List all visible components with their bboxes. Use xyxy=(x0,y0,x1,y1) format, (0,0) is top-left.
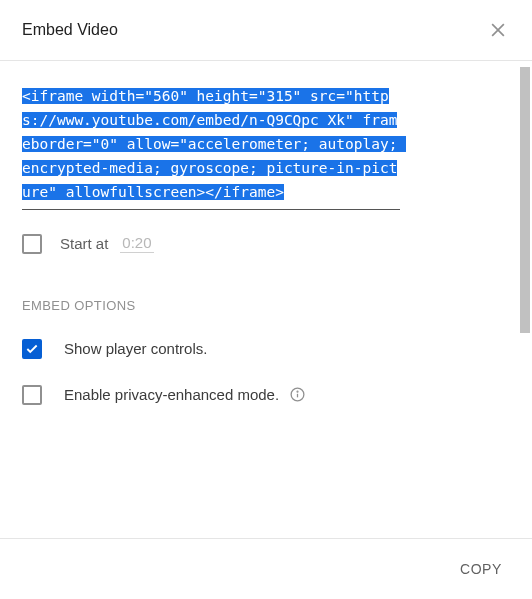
svg-point-4 xyxy=(297,391,298,392)
start-at-label-text: Start at xyxy=(60,235,108,252)
start-at-label: Start at 0:20 xyxy=(60,234,154,253)
dialog-footer: COPY xyxy=(0,538,532,599)
embed-options-header: EMBED OPTIONS xyxy=(22,298,510,313)
embed-code-textarea[interactable]: <iframe width="560" height="315" src="ht… xyxy=(22,85,400,210)
player-controls-checkbox[interactable] xyxy=(22,339,42,359)
start-at-time-input[interactable]: 0:20 xyxy=(120,234,153,253)
privacy-mode-label: Enable privacy-enhanced mode. xyxy=(64,386,306,403)
embed-code-text: <iframe width="560" height="315" src="ht… xyxy=(22,88,406,200)
copy-button[interactable]: COPY xyxy=(460,561,502,577)
dialog-title: Embed Video xyxy=(22,21,118,39)
player-controls-row: Show player controls. xyxy=(22,339,510,359)
privacy-mode-checkbox[interactable] xyxy=(22,385,42,405)
scroll-area: <iframe width="560" height="315" src="ht… xyxy=(0,61,532,521)
content-area: <iframe width="560" height="315" src="ht… xyxy=(0,61,532,521)
scrollbar-thumb[interactable] xyxy=(520,67,530,333)
close-button[interactable] xyxy=(486,18,510,42)
close-icon xyxy=(488,20,508,40)
player-controls-label: Show player controls. xyxy=(64,340,207,357)
privacy-mode-row: Enable privacy-enhanced mode. xyxy=(22,385,510,405)
start-at-row: Start at 0:20 xyxy=(22,234,510,254)
privacy-mode-label-text: Enable privacy-enhanced mode. xyxy=(64,386,279,403)
dialog-header: Embed Video xyxy=(0,0,532,61)
info-icon[interactable] xyxy=(289,386,306,403)
start-at-checkbox[interactable] xyxy=(22,234,42,254)
